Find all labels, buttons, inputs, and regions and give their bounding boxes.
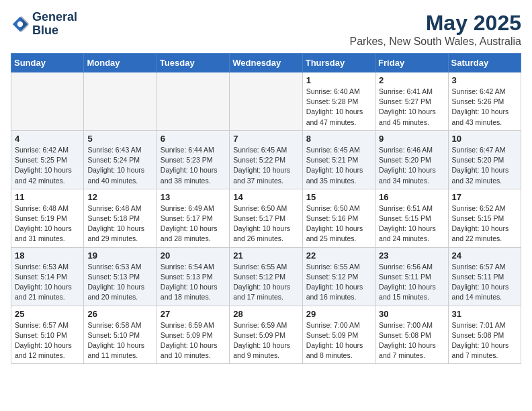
- day-info: Sunrise: 6:59 AMSunset: 5:09 PMDaylight:…: [233, 320, 298, 361]
- day-info: Sunrise: 6:51 AMSunset: 5:15 PMDaylight:…: [379, 203, 444, 244]
- calendar-cell: 26Sunrise: 6:58 AMSunset: 5:10 PMDayligh…: [84, 306, 157, 364]
- day-info: Sunrise: 6:45 AMSunset: 5:22 PMDaylight:…: [233, 145, 298, 186]
- day-number: 22: [306, 250, 371, 261]
- day-number: 29: [306, 309, 371, 319]
- calendar-cell: 1Sunrise: 6:40 AMSunset: 5:28 PMDaylight…: [302, 73, 375, 131]
- calendar-cell: [11, 73, 84, 131]
- logo: General Blue: [11, 11, 77, 38]
- day-info: Sunrise: 6:56 AMSunset: 5:11 PMDaylight:…: [379, 262, 444, 303]
- day-number: 24: [452, 250, 517, 261]
- day-info: Sunrise: 6:50 AMSunset: 5:17 PMDaylight:…: [233, 203, 298, 244]
- day-info: Sunrise: 6:55 AMSunset: 5:12 PMDaylight:…: [306, 262, 371, 303]
- day-number: 26: [87, 309, 152, 319]
- calendar-cell: 17Sunrise: 6:52 AMSunset: 5:15 PMDayligh…: [448, 189, 521, 247]
- day-info: Sunrise: 6:42 AMSunset: 5:26 PMDaylight:…: [452, 87, 517, 128]
- day-number: 14: [233, 192, 298, 202]
- calendar-cell: 19Sunrise: 6:53 AMSunset: 5:13 PMDayligh…: [84, 247, 157, 306]
- calendar-cell: 25Sunrise: 6:57 AMSunset: 5:10 PMDayligh…: [11, 306, 84, 364]
- calendar-cell: 24Sunrise: 6:57 AMSunset: 5:11 PMDayligh…: [448, 247, 521, 306]
- day-number: 25: [15, 309, 80, 319]
- calendar-cell: [230, 73, 302, 131]
- day-number: 19: [87, 250, 152, 261]
- day-number: 2: [379, 75, 444, 85]
- day-number: 20: [161, 250, 226, 261]
- day-info: Sunrise: 6:44 AMSunset: 5:23 PMDaylight:…: [161, 145, 226, 186]
- day-info: Sunrise: 6:57 AMSunset: 5:11 PMDaylight:…: [452, 262, 517, 303]
- day-number: 6: [161, 134, 226, 144]
- calendar-cell: 21Sunrise: 6:55 AMSunset: 5:12 PMDayligh…: [230, 247, 302, 306]
- day-info: Sunrise: 6:53 AMSunset: 5:14 PMDaylight:…: [15, 262, 80, 303]
- day-info: Sunrise: 6:41 AMSunset: 5:27 PMDaylight:…: [379, 87, 444, 128]
- day-number: 31: [452, 309, 517, 319]
- calendar-cell: 29Sunrise: 7:00 AMSunset: 5:09 PMDayligh…: [302, 306, 375, 364]
- weekday-header: Friday: [375, 54, 448, 73]
- day-number: 1: [306, 75, 371, 85]
- day-number: 7: [233, 134, 298, 144]
- day-info: Sunrise: 6:40 AMSunset: 5:28 PMDaylight:…: [306, 87, 371, 128]
- calendar-cell: 14Sunrise: 6:50 AMSunset: 5:17 PMDayligh…: [230, 189, 302, 247]
- calendar-cell: 30Sunrise: 7:00 AMSunset: 5:08 PMDayligh…: [375, 306, 448, 364]
- day-number: 11: [15, 192, 80, 202]
- weekday-header: Wednesday: [230, 54, 302, 73]
- logo-icon: [11, 15, 30, 34]
- day-number: 17: [452, 192, 517, 202]
- svg-point-2: [17, 21, 23, 27]
- day-number: 18: [15, 250, 80, 261]
- weekday-header: Sunday: [11, 54, 84, 73]
- day-info: Sunrise: 6:47 AMSunset: 5:20 PMDaylight:…: [452, 145, 517, 186]
- calendar-header-row: SundayMondayTuesdayWednesdayThursdayFrid…: [11, 54, 521, 73]
- calendar-cell: 5Sunrise: 6:43 AMSunset: 5:24 PMDaylight…: [84, 130, 157, 189]
- month-title: May 2025: [349, 11, 521, 36]
- calendar-cell: 13Sunrise: 6:49 AMSunset: 5:17 PMDayligh…: [157, 189, 229, 247]
- day-info: Sunrise: 7:01 AMSunset: 5:08 PMDaylight:…: [452, 320, 517, 361]
- calendar-cell: 16Sunrise: 6:51 AMSunset: 5:15 PMDayligh…: [375, 189, 448, 247]
- day-info: Sunrise: 6:50 AMSunset: 5:16 PMDaylight:…: [306, 203, 371, 244]
- day-info: Sunrise: 6:58 AMSunset: 5:10 PMDaylight:…: [87, 320, 152, 361]
- day-info: Sunrise: 6:48 AMSunset: 5:19 PMDaylight:…: [15, 203, 80, 244]
- day-number: 10: [452, 134, 517, 144]
- day-info: Sunrise: 6:45 AMSunset: 5:21 PMDaylight:…: [306, 145, 371, 186]
- calendar-cell: 11Sunrise: 6:48 AMSunset: 5:19 PMDayligh…: [11, 189, 84, 247]
- day-info: Sunrise: 6:49 AMSunset: 5:17 PMDaylight:…: [161, 203, 226, 244]
- weekday-header: Thursday: [302, 54, 375, 73]
- calendar-week-row: 18Sunrise: 6:53 AMSunset: 5:14 PMDayligh…: [11, 247, 521, 306]
- calendar-cell: 27Sunrise: 6:59 AMSunset: 5:09 PMDayligh…: [157, 306, 229, 364]
- day-info: Sunrise: 6:48 AMSunset: 5:18 PMDaylight:…: [87, 203, 152, 244]
- logo-text: General Blue: [32, 11, 77, 38]
- day-number: 23: [379, 250, 444, 261]
- day-number: 30: [379, 309, 444, 319]
- day-number: 28: [233, 309, 298, 319]
- day-info: Sunrise: 6:52 AMSunset: 5:15 PMDaylight:…: [452, 203, 517, 244]
- day-number: 13: [161, 192, 226, 202]
- calendar-table: SundayMondayTuesdayWednesdayThursdayFrid…: [11, 53, 521, 364]
- calendar-week-row: 1Sunrise: 6:40 AMSunset: 5:28 PMDaylight…: [11, 73, 521, 131]
- weekday-header: Saturday: [448, 54, 521, 73]
- calendar-cell: 31Sunrise: 7:01 AMSunset: 5:08 PMDayligh…: [448, 306, 521, 364]
- day-number: 27: [161, 309, 226, 319]
- day-info: Sunrise: 6:57 AMSunset: 5:10 PMDaylight:…: [15, 320, 80, 361]
- day-number: 4: [15, 134, 80, 144]
- calendar-cell: 7Sunrise: 6:45 AMSunset: 5:22 PMDaylight…: [230, 130, 302, 189]
- day-number: 12: [87, 192, 152, 202]
- weekday-header: Monday: [84, 54, 157, 73]
- calendar-cell: [84, 73, 157, 131]
- location-title: Parkes, New South Wales, Australia: [349, 36, 521, 48]
- calendar-week-row: 4Sunrise: 6:42 AMSunset: 5:25 PMDaylight…: [11, 130, 521, 189]
- day-info: Sunrise: 6:55 AMSunset: 5:12 PMDaylight:…: [233, 262, 298, 303]
- title-block: May 2025 Parkes, New South Wales, Austra…: [349, 11, 521, 48]
- day-info: Sunrise: 7:00 AMSunset: 5:09 PMDaylight:…: [306, 320, 371, 361]
- day-number: 5: [87, 134, 152, 144]
- calendar-week-row: 25Sunrise: 6:57 AMSunset: 5:10 PMDayligh…: [11, 306, 521, 364]
- day-info: Sunrise: 6:53 AMSunset: 5:13 PMDaylight:…: [87, 262, 152, 303]
- day-info: Sunrise: 6:46 AMSunset: 5:20 PMDaylight:…: [379, 145, 444, 186]
- calendar-cell: 15Sunrise: 6:50 AMSunset: 5:16 PMDayligh…: [302, 189, 375, 247]
- day-info: Sunrise: 6:59 AMSunset: 5:09 PMDaylight:…: [161, 320, 226, 361]
- calendar-cell: 20Sunrise: 6:54 AMSunset: 5:13 PMDayligh…: [157, 247, 229, 306]
- calendar-cell: 23Sunrise: 6:56 AMSunset: 5:11 PMDayligh…: [375, 247, 448, 306]
- calendar-cell: 3Sunrise: 6:42 AMSunset: 5:26 PMDaylight…: [448, 73, 521, 131]
- calendar-cell: 28Sunrise: 6:59 AMSunset: 5:09 PMDayligh…: [230, 306, 302, 364]
- calendar-cell: 8Sunrise: 6:45 AMSunset: 5:21 PMDaylight…: [302, 130, 375, 189]
- weekday-header: Tuesday: [157, 54, 229, 73]
- day-info: Sunrise: 6:42 AMSunset: 5:25 PMDaylight:…: [15, 145, 80, 186]
- day-number: 9: [379, 134, 444, 144]
